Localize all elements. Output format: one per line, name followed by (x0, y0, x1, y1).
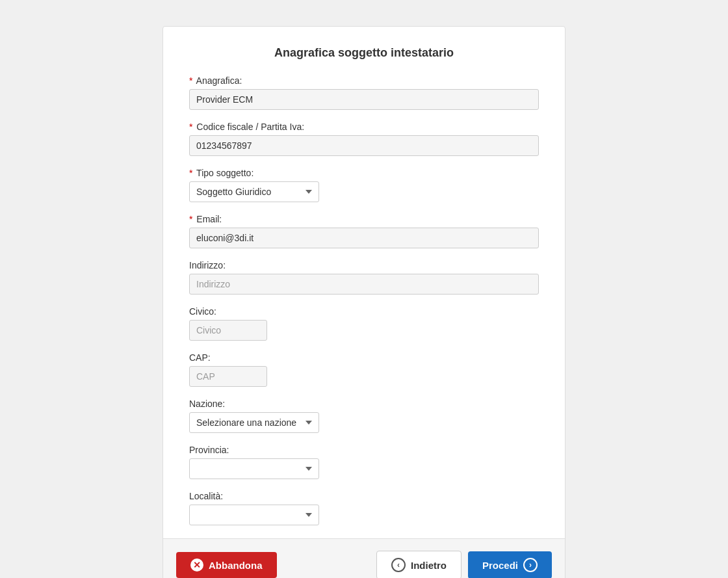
proceed-label: Procedi (482, 560, 518, 571)
footer-bar: ✕ Abbandona ‹ Indietro Procedi › (163, 538, 565, 578)
localita-group: Località: (189, 491, 539, 525)
proceed-arrow-icon: › (523, 558, 538, 572)
abandon-icon: ✕ (190, 558, 203, 571)
tipo-soggetto-group: * Tipo soggetto: Soggetto Giuridico Sogg… (189, 168, 539, 202)
cap-group: CAP: (189, 352, 539, 387)
provincia-label: Provincia: (189, 445, 539, 455)
indirizzo-label: Indirizzo: (189, 260, 539, 270)
required-star-codice: * (189, 122, 192, 132)
civico-input[interactable] (189, 320, 267, 341)
required-star-anagrafica: * (189, 75, 192, 86)
form-card: Anagrafica soggetto intestatario * Anagr… (162, 26, 566, 578)
proceed-button[interactable]: Procedi › (468, 551, 552, 578)
anagrafica-label: * Anagrafica: (189, 75, 539, 86)
nazione-group: Nazione: Selezionare una nazione Italia … (189, 399, 539, 433)
required-star-tipo: * (189, 168, 192, 178)
codice-fiscale-group: * Codice fiscale / Partita Iva: (189, 122, 539, 156)
provincia-select[interactable] (189, 458, 319, 479)
tipo-soggetto-select[interactable]: Soggetto Giuridico Soggetto Fisico (189, 181, 319, 202)
provincia-group: Provincia: (189, 445, 539, 479)
email-label: * Email: (189, 214, 539, 224)
indirizzo-input[interactable] (189, 274, 539, 295)
nazione-select[interactable]: Selezionare una nazione Italia Francia G… (189, 412, 319, 433)
abandon-label: Abbandona (209, 560, 263, 571)
localita-label: Località: (189, 491, 539, 501)
codice-fiscale-input[interactable] (189, 135, 539, 156)
back-label: Indietro (411, 560, 447, 571)
cap-input[interactable] (189, 366, 267, 387)
email-input[interactable] (189, 228, 539, 248)
required-star-email: * (189, 214, 192, 224)
nazione-label: Nazione: (189, 399, 539, 409)
tipo-soggetto-label: * Tipo soggetto: (189, 168, 539, 178)
back-arrow-icon: ‹ (391, 558, 406, 572)
cap-label: CAP: (189, 352, 539, 363)
page-container: Anagrafica soggetto intestatario * Anagr… (13, 13, 715, 578)
anagrafica-input[interactable] (189, 89, 539, 110)
back-button[interactable]: ‹ Indietro (376, 551, 462, 578)
codice-fiscale-label: * Codice fiscale / Partita Iva: (189, 122, 539, 132)
indirizzo-group: Indirizzo: (189, 260, 539, 295)
civico-group: Civico: (189, 306, 539, 341)
localita-select[interactable] (189, 505, 319, 525)
page-title: Anagrafica soggetto intestatario (189, 46, 539, 60)
email-group: * Email: (189, 214, 539, 248)
anagrafica-group: * Anagrafica: (189, 75, 539, 110)
civico-label: Civico: (189, 306, 539, 317)
nav-buttons: ‹ Indietro Procedi › (376, 551, 552, 578)
abandon-button[interactable]: ✕ Abbandona (176, 552, 277, 578)
